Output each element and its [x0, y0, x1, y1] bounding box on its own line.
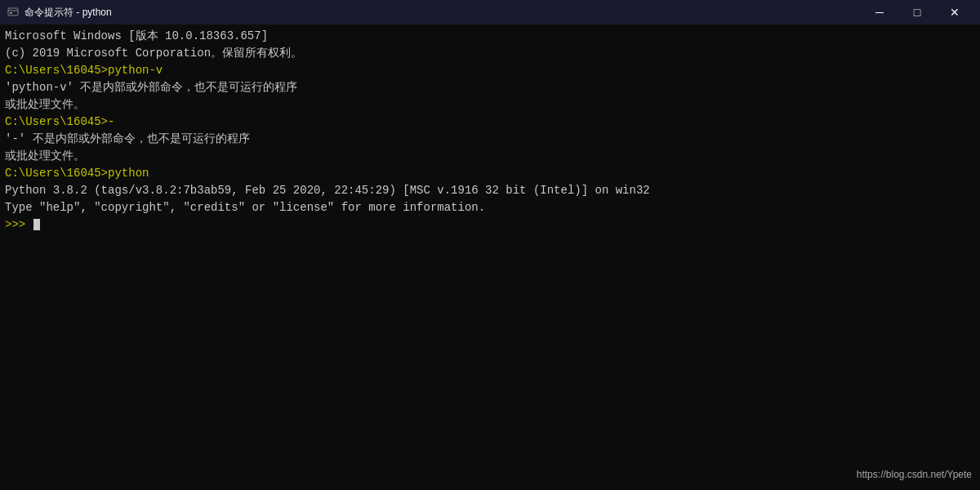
- window-controls: ─ □ ✕: [861, 0, 973, 24]
- console-line: C:\Users\16045>python-v: [5, 62, 975, 79]
- svg-rect-0: [8, 8, 18, 16]
- titlebar: 命令提示符 - python ─ □ ✕: [0, 0, 980, 24]
- console-output: Microsoft Windows [版本 10.0.18363.657](c)…: [0, 24, 980, 490]
- svg-rect-2: [10, 12, 12, 14]
- window-title: 命令提示符 - python: [24, 6, 861, 20]
- console-line: (c) 2019 Microsoft Corporation。保留所有权利。: [5, 45, 975, 62]
- cursor-blink: [33, 219, 40, 230]
- console-line: C:\Users\16045>python: [5, 165, 975, 182]
- console-line: 或批处理文件。: [5, 148, 975, 165]
- console-line: '-' 不是内部或外部命令，也不是可运行的程序: [5, 131, 975, 148]
- console-line: Microsoft Windows [版本 10.0.18363.657]: [5, 28, 975, 45]
- window: 命令提示符 - python ─ □ ✕ Microsoft Windows […: [0, 0, 980, 490]
- console-line: C:\Users\16045>-: [5, 114, 975, 131]
- close-button[interactable]: ✕: [936, 0, 973, 24]
- console-line: Type "help", "copyright", "credits" or "…: [5, 199, 975, 216]
- window-icon: [7, 6, 20, 19]
- console-line: Python 3.8.2 (tags/v3.8.2:7b3ab59, Feb 2…: [5, 182, 975, 199]
- watermark: https://blog.csdn.net/Ypete: [857, 467, 972, 482]
- minimize-button[interactable]: ─: [861, 0, 898, 24]
- console-line: 'python-v' 不是内部或外部命令，也不是可运行的程序: [5, 79, 975, 96]
- console-line: >>>: [5, 216, 975, 234]
- console-line: 或批处理文件。: [5, 96, 975, 114]
- maximize-button[interactable]: □: [898, 0, 936, 24]
